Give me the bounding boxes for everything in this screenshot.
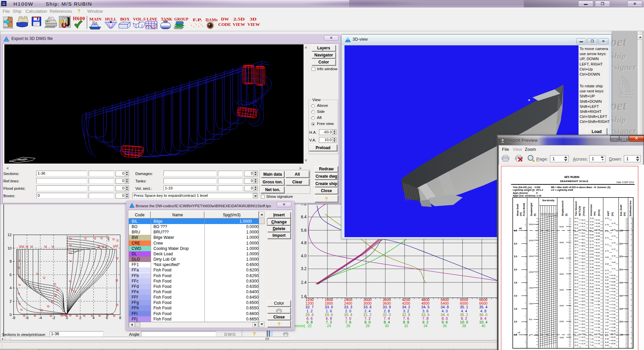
svg-text:8: 8 <box>119 316 121 320</box>
svg-text:3.5: 3.5 <box>619 308 623 310</box>
svg-text:3.5: 3.5 <box>514 308 517 310</box>
svg-text:2.5D: 2.5D <box>233 16 245 21</box>
svg-text:BOX: BOX <box>120 16 130 21</box>
svg-text:26.9: 26.9 <box>574 312 578 314</box>
svg-text:38.0: 38.0 <box>582 245 585 247</box>
svg-text:\s: \s <box>17 292 20 295</box>
svg-text:7.98: 7.98 <box>612 326 615 329</box>
svg-text:4200: 4200 <box>402 301 410 305</box>
svg-text:22.3: 22.3 <box>582 340 585 342</box>
svg-text:34: 34 <box>423 324 427 328</box>
svg-text:8.49: 8.49 <box>590 260 594 262</box>
svg-text:7.80: 7.80 <box>596 304 600 306</box>
svg-text:33. 9: 33. 9 <box>383 305 391 309</box>
svg-text:8.21: 8.21 <box>596 277 600 279</box>
svg-text:\ob: \ob <box>62 313 66 317</box>
svg-text:32.0: 32.0 <box>582 281 585 283</box>
svg-text:m/cm]: m/cm] <box>295 324 305 328</box>
svg-text:\2: \2 <box>84 237 87 240</box>
svg-text:21.5: 21.5 <box>574 344 578 346</box>
svg-text:2: 2 <box>79 316 81 320</box>
svg-text:6.0: 6.0 <box>514 243 517 245</box>
svg-text:25.9: 25.9 <box>574 318 578 320</box>
svg-text:\b: \b <box>83 314 86 317</box>
svg-text:8.54: 8.54 <box>590 256 594 258</box>
svg-text:12: 12 <box>7 233 11 237</box>
svg-text:39.1: 39.1 <box>582 238 585 240</box>
svg-text:8.64: 8.64 <box>590 250 594 252</box>
svg-text:\b: \b <box>69 314 72 317</box>
svg-text:\d: \d <box>101 245 104 248</box>
svg-text:\b: \b <box>113 314 116 317</box>
svg-text:7.13: 7.13 <box>612 294 615 296</box>
svg-text:\o: \o <box>69 244 72 247</box>
svg-text:36: 36 <box>443 324 447 328</box>
svg-text:7.37: 7.37 <box>590 332 594 334</box>
svg-text:25.0: 25.0 <box>582 323 585 325</box>
svg-text:LS: LS <box>518 332 520 334</box>
svg-text:\0: \0 <box>56 289 59 292</box>
svg-text:38: 38 <box>462 324 466 328</box>
svg-text:22: 22 <box>308 324 312 328</box>
svg-text:40: 40 <box>481 324 485 328</box>
svg-text:37.2: 37.2 <box>574 250 578 252</box>
svg-text:8.13: 8.13 <box>590 282 594 285</box>
svg-text:LINE: LINE <box>147 16 157 21</box>
svg-text:26: 26 <box>346 324 350 328</box>
svg-text:9.03: 9.03 <box>596 225 600 227</box>
svg-text:31.5: 31.5 <box>582 284 585 286</box>
svg-text:31.3: 31.3 <box>574 286 578 288</box>
svg-text:8.72: 8.72 <box>596 245 600 247</box>
svg-text:23.4: 23.4 <box>582 333 586 335</box>
svg-text:7.68: 7.68 <box>605 315 609 317</box>
svg-text:33.7: 33.7 <box>582 271 585 273</box>
svg-text:7.12: 7.12 <box>605 292 609 294</box>
svg-text:7.52: 7.52 <box>612 310 615 312</box>
svg-text:4.8: 4.8 <box>301 240 307 245</box>
svg-text:26.6: 26.6 <box>582 313 585 315</box>
svg-text:4000: 4000 <box>559 257 564 259</box>
svg-text:32.3: 32.3 <box>574 279 578 281</box>
svg-text:\b: \b <box>23 314 26 317</box>
svg-text:36.1: 36.1 <box>574 256 578 258</box>
svg-text:7.05: 7.05 <box>605 289 609 291</box>
svg-text:DW: DW <box>221 16 229 21</box>
svg-text:6.93: 6.93 <box>612 284 615 286</box>
svg-text:\s: \s <box>18 302 21 305</box>
svg-text:7.82: 7.82 <box>590 302 594 304</box>
svg-text:\2: \2 <box>100 236 103 240</box>
svg-text:\b: \b <box>50 314 52 317</box>
svg-text:28: 28 <box>365 324 369 328</box>
svg-text:29.6: 29.6 <box>574 296 578 298</box>
svg-text:5.0: 5.0 <box>514 268 517 271</box>
svg-text:41.0: 41.0 <box>574 227 578 229</box>
svg-text:0: 0 <box>9 313 11 317</box>
svg-text:7.20: 7.20 <box>612 297 615 299</box>
svg-text:6.4: 6.4 <box>301 215 307 219</box>
svg-text:7.96: 7.96 <box>596 294 600 296</box>
svg-text:\2: \2 <box>107 237 109 240</box>
svg-text:1500: 1500 <box>559 337 564 339</box>
svg-text:8.47: 8.47 <box>596 261 600 263</box>
svg-text:8.52: 8.52 <box>596 258 600 260</box>
svg-text:\d: \d <box>98 245 100 248</box>
svg-text:42.3: 42.3 <box>582 219 585 221</box>
svg-text:24.2: 24.2 <box>574 328 578 330</box>
svg-text:23.9: 23.9 <box>582 330 585 332</box>
svg-text:\0: \0 <box>47 305 50 308</box>
svg-text:33.1: 33.1 <box>582 274 585 276</box>
svg-text:\s: \s <box>20 308 23 311</box>
svg-text:8.79: 8.79 <box>590 240 594 242</box>
svg-text:500: 500 <box>529 318 533 320</box>
svg-text:34. 5: 34. 5 <box>421 305 429 309</box>
svg-text:6.76: 6.76 <box>612 222 615 224</box>
svg-text:26.1: 26.1 <box>582 317 585 319</box>
svg-text:7.42: 7.42 <box>590 328 594 330</box>
svg-text:\0: \0 <box>54 282 56 286</box>
svg-text:30.7: 30.7 <box>574 289 578 291</box>
svg-text:23.2: 23.2 <box>574 335 578 337</box>
svg-text:6.76: 6.76 <box>605 217 609 219</box>
svg-text:6.72: 6.72 <box>612 248 615 250</box>
svg-text:27.2: 27.2 <box>582 310 585 312</box>
svg-text:32.9: 32.9 <box>574 276 578 278</box>
